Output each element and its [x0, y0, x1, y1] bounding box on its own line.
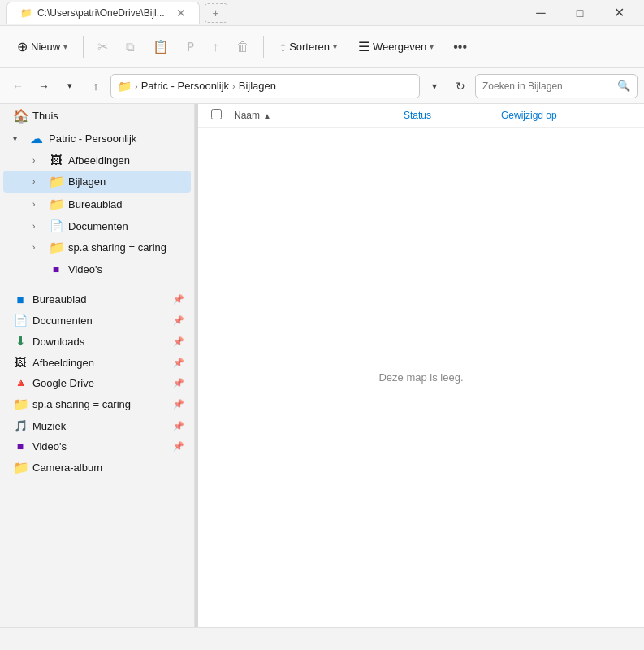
pin-icon-0: 📌 — [173, 294, 184, 305]
sidebar-item-documenten[interactable]: › 📄 Documenten — [3, 216, 191, 236]
status-bar — [0, 627, 644, 650]
col-status-header[interactable]: Status — [404, 110, 501, 121]
empty-text: Deze map is leeg. — [378, 371, 463, 384]
pin-icon-4: 📌 — [173, 378, 184, 388]
sidebar-documenten-label: Documenten — [68, 220, 184, 232]
sidebar: 🏠 Thuis ▾ ☁ Patric - Persoonlijk › 🖼 Afb… — [0, 104, 195, 627]
maximize-button[interactable]: □ — [561, 0, 599, 26]
share-button[interactable]: ↑ — [205, 35, 226, 59]
title-tab[interactable]: 📁 C:\Users\patri\OneDrive\Bijl... ✕ — [6, 2, 200, 24]
col-modified-label: Gewijzigd op — [501, 110, 557, 121]
toolbar: ⊕ Nieuw ▾ ✂ ⧉ 📋 Ᵽ ↑ 🗑 ↕ Sorteren ▾ ☰ Wee… — [0, 26, 644, 68]
sidebar-item-pinned-spa[interactable]: 📁 sp.a sharing = caring 📌 — [3, 393, 191, 415]
sidebar-item-pinned-bureaublad[interactable]: ■ Bureaublad 📌 — [3, 289, 191, 310]
sort-chevron-icon: ▾ — [333, 42, 337, 51]
sidebar-spa-label: sp.a sharing = caring — [68, 241, 184, 254]
share-icon: ↑ — [212, 40, 218, 54]
paste-button[interactable]: 📋 — [145, 34, 176, 59]
recent-icon: ▾ — [67, 80, 72, 91]
sidebar-pinned-muziek-label: Muziek — [32, 420, 168, 432]
delete-button[interactable]: 🗑 — [229, 35, 257, 59]
bijlagen-expand-icon: › — [32, 177, 44, 186]
back-button[interactable]: ← — [6, 75, 29, 98]
sidebar-home-label: Thuis — [32, 110, 184, 122]
address-folder-icon: 📁 — [118, 80, 132, 93]
sidebar-item-pinned-afbeeldingen[interactable]: 🖼 Afbeeldingen 📌 — [3, 353, 191, 372]
sidebar-cloud-label: Patric - Persoonlijk — [49, 132, 184, 145]
sidebar-item-pinned-cameraalbum[interactable]: 📁 Camera-album — [3, 457, 191, 479]
tab-close-icon[interactable]: ✕ — [176, 6, 186, 20]
spa-icon: 📁 — [49, 240, 63, 255]
copy-button[interactable]: ⧉ — [119, 35, 142, 59]
sidebar-separator — [6, 284, 188, 284]
sidebar-item-pinned-downloads[interactable]: ⬇ Downloads 📌 — [3, 331, 191, 352]
content-empty-message: Deze map is leeg. — [198, 128, 644, 627]
home-icon: 🏠 — [13, 108, 28, 124]
sidebar-item-bureaublad[interactable]: › 📁 Bureaublad — [3, 193, 191, 215]
pin-icon-7: 📌 — [173, 441, 184, 452]
new-tab-button[interactable]: + — [205, 3, 227, 23]
sidebar-pinned-downloads-label: Downloads — [32, 336, 168, 348]
address-dropdown-button[interactable]: ▾ — [423, 75, 446, 98]
sidebar-item-pinned-muziek[interactable]: 🎵 Muziek 📌 — [3, 416, 191, 436]
forward-icon: → — [38, 80, 50, 93]
sidebar-item-spa[interactable]: › 📁 sp.a sharing = caring — [3, 236, 191, 258]
search-input[interactable] — [482, 80, 612, 92]
more-button[interactable]: ••• — [446, 35, 474, 59]
rename-button[interactable]: Ᵽ — [179, 35, 201, 59]
sort-icon: ↕ — [279, 40, 286, 54]
spa-expand-icon: › — [32, 243, 44, 252]
sort-button[interactable]: ↕ Sorteren ▾ — [270, 35, 346, 59]
paste-icon: 📋 — [153, 39, 169, 54]
sidebar-item-cloud[interactable]: ▾ ☁ Patric - Persoonlijk — [3, 128, 191, 150]
pinned-videos-icon: ■ — [13, 440, 28, 453]
sidebar-item-pinned-documenten[interactable]: 📄 Documenten 📌 — [3, 310, 191, 330]
select-all-checkbox[interactable] — [211, 109, 234, 122]
path-chevron-1: › — [135, 81, 138, 91]
pinned-documenten-icon: 📄 — [13, 314, 28, 327]
forward-button[interactable]: → — [32, 75, 55, 98]
view-button[interactable]: ☰ Weergeven ▾ — [349, 34, 443, 59]
pin-icon-1: 📌 — [173, 315, 184, 326]
sidebar-item-bijlagen[interactable]: › 📁 Bijlagen — [3, 171, 191, 193]
sidebar-pinned-spa-label: sp.a sharing = caring — [32, 398, 168, 410]
address-path[interactable]: 📁 › Patric - Persoonlijk › Bijlagen — [110, 74, 420, 98]
sort-arrow-icon: ▲ — [263, 111, 271, 120]
sidebar-item-pinned-videos2[interactable]: ■ Video's 📌 — [3, 436, 191, 456]
close-button[interactable]: ✕ — [600, 0, 638, 26]
sidebar-bureaublad-label: Bureaublad — [68, 198, 184, 210]
copy-icon: ⧉ — [126, 40, 135, 54]
bureaublad-icon: 📁 — [49, 197, 63, 212]
new-icon: ⊕ — [17, 39, 28, 54]
new-label: Nieuw — [31, 41, 60, 53]
sidebar-item-afbeeldingen[interactable]: › 🖼 Afbeeldingen — [3, 150, 191, 170]
refresh-button[interactable]: ↻ — [449, 75, 472, 98]
content-area: Naam ▲ Status Gewijzigd op Deze map is l… — [198, 104, 644, 627]
sidebar-item-videos[interactable]: ■ Video's — [3, 259, 191, 279]
sort-label: Sorteren — [289, 41, 330, 53]
sidebar-bijlagen-label: Bijlagen — [68, 176, 184, 188]
view-label: Weergeven — [373, 41, 426, 53]
cut-button[interactable]: ✂ — [90, 34, 115, 59]
refresh-icon: ↻ — [456, 80, 465, 93]
up-button[interactable]: ↑ — [84, 75, 107, 98]
pin-icon-5: 📌 — [173, 399, 184, 410]
select-all-input[interactable] — [211, 109, 222, 119]
recent-locations-button[interactable]: ▾ — [58, 75, 81, 98]
search-box[interactable]: 🔍 — [475, 74, 638, 98]
pin-icon-2: 📌 — [173, 336, 184, 347]
sidebar-item-pinned-googledrive[interactable]: 🔺 Google Drive 📌 — [3, 373, 191, 392]
documenten-icon: 📄 — [49, 219, 63, 232]
sidebar-pinned-bureaublad-label: Bureaublad — [32, 293, 168, 306]
col-modified-header[interactable]: Gewijzigd op — [501, 110, 631, 121]
view-chevron-icon: ▾ — [430, 42, 434, 51]
new-button[interactable]: ⊕ Nieuw ▾ — [8, 34, 76, 59]
minimize-button[interactable]: ─ — [522, 0, 560, 26]
path-part-2: Bijlagen — [239, 80, 276, 92]
pinned-afbeeldingen-icon: 🖼 — [13, 356, 28, 369]
col-status-label: Status — [404, 110, 431, 121]
col-name-header[interactable]: Naam ▲ — [234, 110, 404, 121]
pin-icon-6: 📌 — [173, 421, 184, 431]
sidebar-item-home[interactable]: 🏠 Thuis — [3, 105, 191, 127]
up-icon: ↑ — [93, 80, 99, 93]
